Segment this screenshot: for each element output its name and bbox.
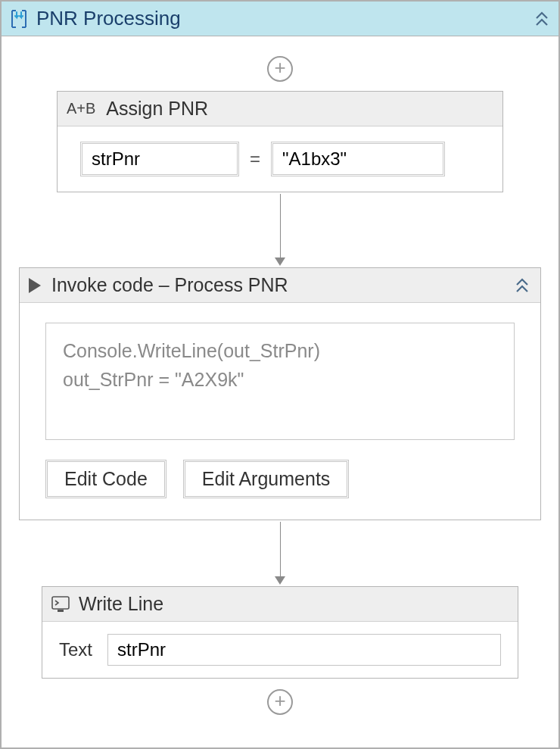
write-line-activity[interactable]: Write Line Text strPnr — [42, 586, 518, 679]
assign-header[interactable]: A+B Assign PNR — [58, 92, 502, 126]
assign-value-input[interactable]: "A1bx3" — [271, 142, 445, 176]
assign-body: strPnr = "A1bx3" — [58, 126, 502, 192]
write-line-header[interactable]: Write Line — [42, 587, 518, 622]
write-line-body: Text strPnr — [42, 622, 518, 678]
collapse-icon[interactable] — [513, 276, 531, 295]
invoke-buttons-row: Edit Code Edit Arguments — [45, 460, 515, 498]
edit-code-button[interactable]: Edit Code — [45, 460, 166, 498]
invoke-header[interactable]: Invoke code – Process PNR — [20, 268, 540, 303]
write-line-title: Write Line — [79, 593, 509, 615]
console-icon — [51, 596, 70, 613]
collapse-icon[interactable] — [533, 10, 551, 28]
code-line: out_StrPnr = "A2X9k" — [63, 366, 497, 395]
code-preview-box[interactable]: Console.WriteLine(out_StrPnr) out_StrPnr… — [45, 323, 515, 440]
flow-connector — [275, 522, 285, 585]
svg-rect-1 — [58, 610, 64, 612]
assign-prefix-label: A+B — [67, 100, 95, 117]
assign-to-input[interactable]: strPnr — [80, 142, 239, 176]
equals-label: = — [250, 148, 260, 170]
invoke-body: Console.WriteLine(out_StrPnr) out_StrPnr… — [20, 303, 540, 520]
sequence-header[interactable]: PNR Processing — [2, 2, 558, 36]
assign-title: Assign PNR — [106, 98, 493, 120]
triangle-icon — [29, 278, 41, 293]
write-line-text-input[interactable]: strPnr — [107, 634, 501, 666]
add-activity-top-button[interactable] — [267, 56, 293, 82]
add-activity-bottom-button[interactable] — [267, 689, 293, 715]
edit-arguments-button[interactable]: Edit Arguments — [183, 460, 350, 498]
invoke-title: Invoke code – Process PNR — [51, 274, 513, 296]
svg-rect-0 — [52, 597, 69, 609]
code-line: Console.WriteLine(out_StrPnr) — [63, 337, 497, 366]
sequence-container: PNR Processing A+B Assign PNR strPnr = "… — [0, 0, 560, 749]
sequence-icon — [9, 9, 29, 29]
sequence-body: A+B Assign PNR strPnr = "A1bx3" Invoke c… — [2, 36, 558, 747]
write-line-text-label: Text — [59, 639, 92, 660]
invoke-code-activity[interactable]: Invoke code – Process PNR Console.WriteL… — [19, 267, 541, 520]
flow-connector — [275, 194, 285, 266]
assign-activity[interactable]: A+B Assign PNR strPnr = "A1bx3" — [57, 91, 503, 192]
sequence-title: PNR Processing — [32, 7, 533, 30]
